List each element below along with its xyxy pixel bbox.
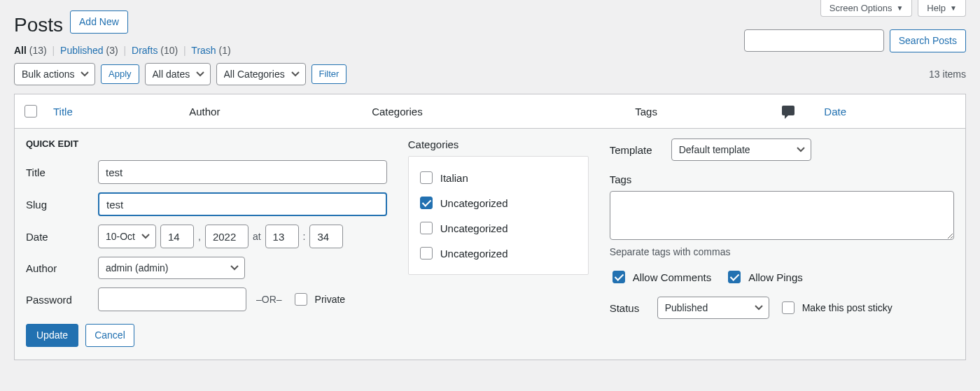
password-input[interactable] <box>98 287 246 311</box>
column-author: Author <box>182 94 365 129</box>
category-label: Uncategorized <box>440 197 508 209</box>
title-input[interactable] <box>98 160 387 184</box>
cancel-button[interactable]: Cancel <box>85 324 134 347</box>
column-tags: Tags <box>628 94 775 129</box>
quick-edit-legend: QUICK EDIT <box>26 138 387 149</box>
status-select[interactable]: Published <box>657 297 769 319</box>
help-label: Help <box>927 3 946 13</box>
tags-section-label: Tags <box>610 173 954 185</box>
minute-input[interactable] <box>309 225 343 248</box>
filter-published[interactable]: Published (3) <box>60 45 120 56</box>
password-label: Password <box>26 294 92 306</box>
apply-button[interactable]: Apply <box>101 64 139 84</box>
column-date[interactable]: Date <box>824 106 846 118</box>
allow-comments-label: Allow Comments <box>633 271 712 283</box>
title-label: Title <box>26 166 92 178</box>
add-new-button[interactable]: Add New <box>70 10 128 34</box>
category-checkbox[interactable] <box>420 171 433 184</box>
categories-box: ItalianUncategorizedUncategorizedUncateg… <box>408 156 589 275</box>
category-label: Uncategorized <box>440 222 508 234</box>
filter-all[interactable]: All (13) <box>14 45 50 56</box>
caret-down-icon: ▼ <box>950 4 957 12</box>
caret-down-icon: ▼ <box>896 4 903 12</box>
search-input[interactable] <box>744 29 884 52</box>
private-checkbox[interactable] <box>295 293 307 306</box>
template-label: Template <box>610 144 666 156</box>
author-select[interactable]: admin (admin) <box>98 257 245 279</box>
date-label: Date <box>26 231 92 243</box>
update-button[interactable]: Update <box>26 324 78 347</box>
categories-section-label: Categories <box>408 138 589 150</box>
help-button[interactable]: Help ▼ <box>918 0 966 17</box>
page-title: Posts <box>14 7 63 36</box>
sticky-label: Make this post sticky <box>802 302 892 313</box>
allow-comments-checkbox[interactable] <box>612 271 625 283</box>
category-label: Italian <box>440 172 468 184</box>
items-count: 13 items <box>929 69 966 80</box>
category-label: Uncategorized <box>440 248 508 260</box>
category-item[interactable]: Uncategorized <box>417 241 580 266</box>
column-categories: Categories <box>365 94 628 129</box>
category-item[interactable]: Uncategorized <box>417 190 580 215</box>
allow-pings-label: Allow Pings <box>748 271 803 283</box>
allow-pings-checkbox[interactable] <box>728 271 741 283</box>
screen-options-label: Screen Options <box>830 3 892 13</box>
at-label: at <box>253 231 261 242</box>
filter-drafts[interactable]: Drafts (10) <box>132 45 181 56</box>
category-item[interactable]: Uncategorized <box>417 215 580 241</box>
bulk-actions-select[interactable]: Bulk actions <box>14 63 95 85</box>
category-checkbox[interactable] <box>420 247 433 260</box>
screen-options-button[interactable]: Screen Options ▼ <box>820 0 913 17</box>
category-filter-select[interactable]: All Categories <box>216 63 306 85</box>
search-posts-button[interactable]: Search Posts <box>890 29 966 52</box>
private-label: Private <box>315 294 346 305</box>
author-label: Author <box>26 262 92 274</box>
sticky-checkbox[interactable] <box>782 301 794 314</box>
select-all-checkbox[interactable] <box>24 105 37 118</box>
status-label: Status <box>610 302 652 314</box>
slug-input[interactable] <box>98 192 387 216</box>
comments-icon <box>782 106 794 115</box>
date-filter-select[interactable]: All dates <box>145 63 211 85</box>
tags-textarea[interactable] <box>610 191 954 240</box>
tags-hint: Separate tags with commas <box>610 246 954 257</box>
filter-trash[interactable]: Trash (1) <box>191 45 230 56</box>
or-separator: –OR– <box>256 294 282 305</box>
day-input[interactable] <box>160 225 194 248</box>
month-select[interactable]: 10-Oct <box>98 225 156 248</box>
hour-input[interactable] <box>265 225 299 248</box>
category-checkbox[interactable] <box>420 222 433 234</box>
posts-table: Title Author Categories Tags Date QUICK … <box>14 94 966 360</box>
column-title[interactable]: Title <box>53 106 73 118</box>
category-checkbox[interactable] <box>420 197 433 209</box>
slug-label: Slug <box>26 199 92 211</box>
category-item[interactable]: Italian <box>417 165 580 190</box>
year-input[interactable] <box>205 225 248 248</box>
filter-button[interactable]: Filter <box>312 64 347 84</box>
template-select[interactable]: Default template <box>671 138 811 161</box>
